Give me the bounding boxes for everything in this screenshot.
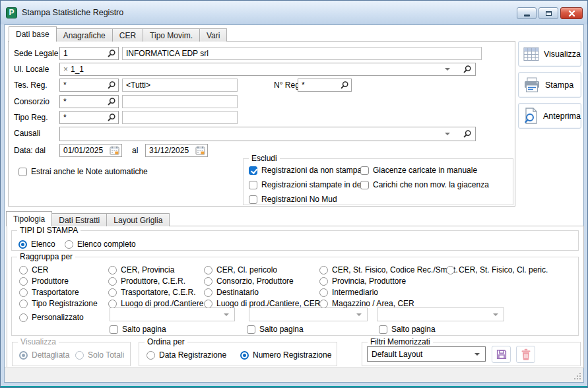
raggruppa-radio[interactable]: Intermediario: [319, 288, 378, 297]
raggruppa-radio[interactable]: Tipo Registrazione: [19, 299, 98, 308]
checkbox-icon[interactable]: [360, 181, 369, 189]
filtri-select[interactable]: Default Layout: [367, 346, 486, 362]
raggruppa-radio[interactable]: Trasportatore, C.E.R.: [108, 288, 196, 297]
consorzio-input[interactable]: *: [59, 95, 119, 108]
checkbox-icon[interactable]: [18, 168, 27, 176]
elenco-completo-radio[interactable]: Elenco completo: [65, 240, 136, 249]
search-icon[interactable]: [462, 65, 472, 75]
tab-tipologia[interactable]: Tipologia: [6, 211, 52, 226]
radio-icon[interactable]: [19, 313, 28, 322]
calendar-icon[interactable]: [110, 146, 119, 155]
raggruppa-radio[interactable]: Trasportatore: [19, 288, 79, 297]
escludi-checkbox[interactable]: Registrazioni da non stampare: [249, 166, 369, 175]
salto-pagina-checkbox-1[interactable]: Salto pagina: [110, 325, 166, 334]
radio-icon[interactable]: [19, 300, 28, 308]
personalizzato-dropdown-1[interactable]: [110, 307, 235, 321]
radio-icon[interactable]: [65, 240, 73, 249]
raggruppa-radio[interactable]: CER, St. Fisico, Codice Rec./Smalt.: [319, 265, 458, 275]
salto-pagina-checkbox-2[interactable]: Salto pagina: [247, 325, 304, 334]
radio-selected-icon[interactable]: [18, 240, 27, 249]
maximize-button[interactable]: [539, 7, 558, 19]
radio-icon[interactable]: [319, 266, 328, 275]
radio-icon[interactable]: [108, 288, 117, 297]
n-reg-input[interactable]: *: [298, 79, 352, 92]
search-icon[interactable]: [462, 129, 472, 139]
raggruppa-radio[interactable]: Produttore, C.E.R.: [108, 276, 185, 286]
search-icon[interactable]: [106, 113, 116, 123]
calendar-icon[interactable]: [195, 146, 205, 155]
sede-legale-input[interactable]: 1: [59, 47, 119, 60]
radio-icon[interactable]: [108, 300, 117, 308]
radio-icon[interactable]: [446, 266, 455, 275]
tab-tipo-movim[interactable]: Tipo Movim.: [143, 28, 200, 42]
personalizzato-radio[interactable]: Personalizzato: [19, 313, 84, 322]
search-icon[interactable]: [339, 81, 349, 90]
elenco-radio[interactable]: Elenco: [18, 240, 55, 249]
raggruppa-radio[interactable]: Luogo di prod./Cantiere: [108, 299, 203, 308]
chevron-down-icon[interactable]: [445, 133, 450, 135]
radio-icon[interactable]: [108, 277, 117, 286]
radio-icon[interactable]: [319, 288, 328, 297]
raggruppa-radio[interactable]: Magazzino / Area, CER: [319, 299, 414, 308]
visualizza-button[interactable]: Visualizza: [518, 41, 581, 67]
radio-icon[interactable]: [147, 351, 155, 360]
checkbox-icon[interactable]: [249, 181, 257, 189]
ul-locale-combo[interactable]: × 1_1: [59, 63, 476, 76]
data-al-input[interactable]: 31/12/2025: [145, 144, 208, 157]
escludi-checkbox[interactable]: Registrazioni stampate in def.: [249, 180, 366, 189]
radio-icon[interactable]: [319, 300, 328, 308]
escludi-checkbox[interactable]: Giacenze caricate in manuale: [360, 166, 477, 175]
tab-dati-base[interactable]: Dati base: [9, 26, 57, 42]
radio-icon[interactable]: [204, 266, 212, 275]
tab-vari[interactable]: Vari: [199, 28, 227, 42]
radio-icon[interactable]: [319, 277, 328, 286]
radio-icon[interactable]: [108, 266, 117, 275]
estrai-note-checkbox[interactable]: Estrai anche le Note automatiche: [18, 167, 148, 176]
save-filter-button[interactable]: [492, 346, 511, 363]
radio-icon[interactable]: [204, 277, 212, 286]
raggruppa-radio[interactable]: CER, Cl. pericolo: [204, 265, 277, 275]
radio-icon[interactable]: [204, 300, 212, 308]
tipo-reg-input[interactable]: *: [59, 111, 119, 124]
data-registrazione-radio[interactable]: Data Registrazione: [147, 350, 226, 360]
search-icon[interactable]: [106, 49, 116, 59]
salto-pagina-checkbox-3[interactable]: Salto pagina: [379, 325, 436, 334]
minimize-button[interactable]: [517, 7, 537, 19]
checkbox-icon[interactable]: [110, 325, 118, 334]
escludi-checkbox[interactable]: Registrazioni No Mud: [249, 195, 337, 204]
raggruppa-radio[interactable]: Consorzio, Produttore: [204, 276, 294, 286]
raggruppa-radio[interactable]: CER, St. Fisico, Cl. peric.: [446, 265, 548, 275]
data-dal-input[interactable]: 01/01/2025: [59, 144, 122, 157]
raggruppa-radio[interactable]: Provincia, Produttore: [319, 276, 406, 286]
delete-filter-button[interactable]: [516, 346, 535, 363]
raggruppa-radio[interactable]: Luogo di prod./Cantiere, CER: [204, 299, 320, 308]
causali-combo[interactable]: [59, 127, 476, 141]
tab-anagrafiche[interactable]: Anagrafiche: [56, 28, 113, 42]
checkbox-icon[interactable]: [379, 325, 387, 334]
radio-selected-icon[interactable]: [240, 351, 249, 360]
resize-grip[interactable]: [573, 372, 581, 379]
radio-icon[interactable]: [204, 288, 212, 297]
checkbox-icon[interactable]: [360, 166, 369, 175]
raggruppa-radio[interactable]: CER, Provincia: [108, 265, 174, 275]
raggruppa-radio[interactable]: CER: [19, 265, 48, 275]
titlebar[interactable]: P Stampa Statistiche Registro: [1, 1, 587, 24]
close-button[interactable]: [560, 7, 583, 19]
radio-icon[interactable]: [19, 288, 28, 297]
anteprima-button[interactable]: Anteprima: [518, 103, 581, 129]
chevron-down-icon[interactable]: [445, 68, 450, 71]
numero-registrazione-radio[interactable]: Numero Registrazione: [240, 350, 331, 360]
tes-reg-input[interactable]: *: [59, 79, 119, 92]
remove-tag-icon[interactable]: ×: [63, 65, 68, 74]
raggruppa-radio[interactable]: Produttore: [19, 276, 69, 286]
escludi-checkbox[interactable]: Carichi che non mov. la giacenza: [360, 180, 489, 189]
stampa-button[interactable]: Stampa: [518, 72, 581, 98]
tab-layout-griglia[interactable]: Layout Griglia: [106, 213, 170, 226]
personalizzato-dropdown-3[interactable]: [377, 307, 504, 321]
radio-icon[interactable]: [19, 277, 28, 286]
tab-dati-estratti[interactable]: Dati Estratti: [51, 213, 107, 226]
search-icon[interactable]: [106, 81, 116, 90]
checkbox-checked-icon[interactable]: [249, 166, 257, 175]
search-icon[interactable]: [106, 97, 116, 107]
checkbox-icon[interactable]: [249, 195, 257, 204]
